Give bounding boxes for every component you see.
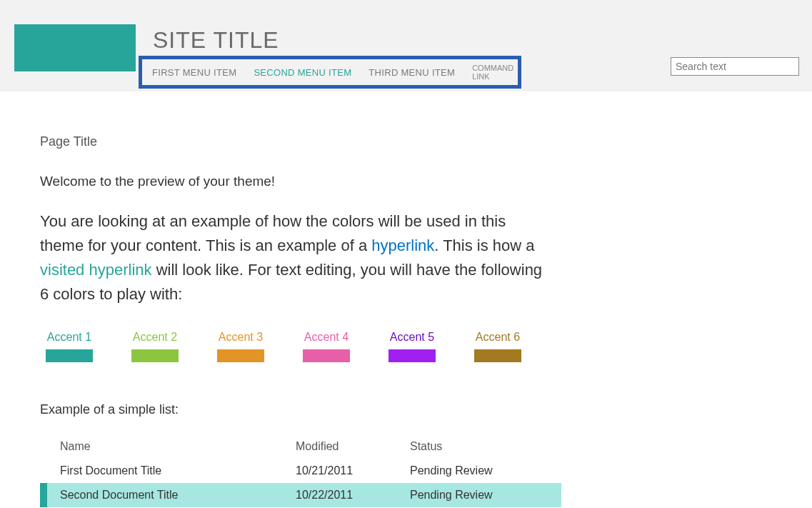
- nav-item-2[interactable]: SECOND MENU ITEM: [254, 67, 351, 78]
- accent-5-swatch: [389, 349, 436, 362]
- list-header-row: Name Modified Status: [40, 434, 561, 459]
- accent-5-label: Accent 5: [390, 331, 434, 344]
- top-nav: FIRST MENU ITEM SECOND MENU ITEM THIRD M…: [139, 56, 521, 89]
- body-mid: . This is how a: [434, 236, 534, 254]
- page-title: Page Title: [40, 134, 546, 149]
- accent-4-swatch: [303, 349, 350, 362]
- accent-1: Accent 1: [46, 331, 93, 362]
- site-title: SITE TITLE: [153, 27, 279, 54]
- list-row[interactable]: Second Document Title 10/22/2011 Pending…: [40, 483, 561, 507]
- accent-1-label: Accent 1: [47, 331, 91, 344]
- nav-command-link[interactable]: COMMAND LINK: [472, 64, 513, 81]
- accent-2-swatch: [131, 349, 179, 362]
- nav-item-3[interactable]: THIRD MENU ITEM: [369, 67, 455, 78]
- col-name[interactable]: Name: [60, 440, 296, 453]
- accent-4-label: Accent 4: [304, 331, 349, 344]
- accent-2: Accent 2: [131, 331, 179, 362]
- document-list: Name Modified Status First Document Titl…: [40, 434, 561, 508]
- cell-name: First Document Title: [60, 464, 296, 477]
- accent-6-swatch: [474, 349, 521, 362]
- accent-2-label: Accent 2: [133, 331, 177, 344]
- accent-6-label: Accent 6: [476, 331, 520, 344]
- accent-6: Accent 6: [474, 331, 521, 362]
- accent-5: Accent 5: [389, 331, 436, 362]
- cell-status: Pending Review: [410, 489, 561, 502]
- suite-bar: SITE TITLE FIRST MENU ITEM SECOND MENU I…: [0, 0, 812, 91]
- accent-1-swatch: [46, 349, 93, 362]
- col-status[interactable]: Status: [410, 440, 561, 453]
- list-row[interactable]: First Document Title 10/21/2011 Pending …: [40, 459, 561, 483]
- list-title: Example of a simple list:: [40, 402, 546, 417]
- col-modified[interactable]: Modified: [296, 440, 410, 453]
- accent-3-label: Accent 3: [219, 331, 263, 344]
- page-content: Page Title Welcome to the preview of you…: [0, 91, 586, 508]
- cell-modified: 10/21/2011: [296, 464, 410, 477]
- cell-name: Second Document Title: [60, 489, 296, 502]
- visited-hyperlink-example[interactable]: visited hyperlink: [40, 261, 152, 279]
- accent-3: Accent 3: [217, 331, 264, 362]
- hyperlink-example[interactable]: hyperlink: [371, 236, 434, 254]
- accent-row: Accent 1 Accent 2 Accent 3 Accent 4 Acce…: [46, 331, 546, 362]
- nav-item-1[interactable]: FIRST MENU ITEM: [152, 67, 236, 78]
- body-text: You are looking at an example of how the…: [40, 209, 546, 307]
- cell-modified: 10/22/2011: [296, 489, 410, 502]
- site-logo[interactable]: [14, 24, 136, 71]
- accent-4: Accent 4: [303, 331, 350, 362]
- search-input[interactable]: [671, 57, 799, 76]
- cell-status: Pending Review: [410, 464, 561, 477]
- welcome-text: Welcome to the preview of your theme!: [40, 174, 546, 189]
- accent-3-swatch: [217, 349, 264, 362]
